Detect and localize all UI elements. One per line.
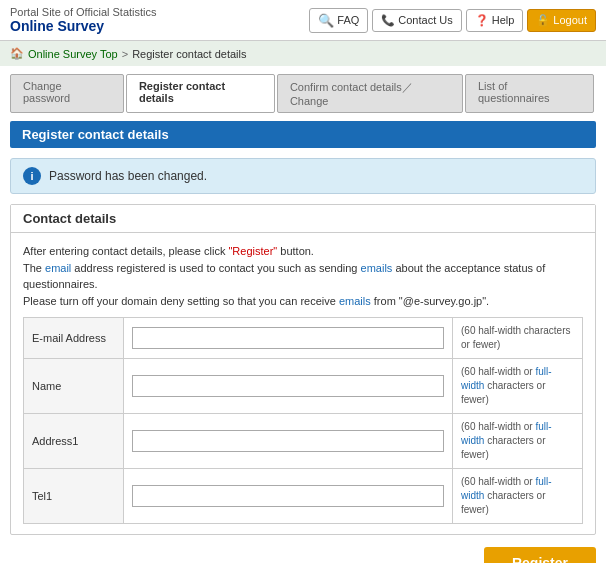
site-title-line1: Portal Site of Official Statistics: [10, 6, 157, 18]
emails-link-text: emails: [361, 262, 393, 274]
email-input[interactable]: [132, 327, 444, 349]
faq-button[interactable]: 🔍 FAQ: [309, 8, 368, 33]
home-icon: 🏠: [10, 47, 24, 60]
info-icon: i: [23, 167, 41, 185]
register-highlight: "Register": [228, 245, 277, 257]
contact-form-table: E-mail Address (60 half-width characters…: [23, 317, 583, 524]
step-confirm-contact[interactable]: Confirm contact details／Change: [277, 74, 463, 113]
logout-label: Logout: [553, 14, 587, 26]
logout-button[interactable]: 🔓 Logout: [527, 9, 596, 32]
help-label: Help: [492, 14, 515, 26]
name-input-cell: [124, 359, 453, 414]
header: Portal Site of Official Statistics Onlin…: [0, 0, 606, 41]
step-register-contact[interactable]: Register contact details: [126, 74, 275, 113]
email-input-cell: [124, 318, 453, 359]
instruction-line1: After entering contact details, please c…: [23, 243, 583, 260]
breadcrumb-sep: >: [122, 48, 128, 60]
full-width-link3: full-width: [461, 476, 552, 501]
full-width-link2: full-width: [461, 421, 552, 446]
step-change-password[interactable]: Change password: [10, 74, 124, 113]
header-nav: 🔍 FAQ 📞 Contact Us ❓ Help 🔓 Logout: [309, 8, 596, 33]
tel1-row: Tel1 (60 half-width or full-width charac…: [24, 469, 583, 524]
steps-bar: Change password Register contact details…: [0, 66, 606, 121]
name-row: Name (60 half-width or full-width charac…: [24, 359, 583, 414]
address1-row: Address1 (60 half-width or full-width ch…: [24, 414, 583, 469]
name-hint: (60 half-width or full-width characters …: [453, 359, 583, 414]
email-hint: (60 half-width characters or fewer): [453, 318, 583, 359]
page-title: Register contact details: [10, 121, 596, 148]
email-row: E-mail Address (60 half-width characters…: [24, 318, 583, 359]
register-button[interactable]: Register: [484, 547, 596, 563]
logout-icon: 🔓: [536, 14, 550, 27]
site-title-line2: Online Survey: [10, 18, 157, 34]
tel1-hint: (60 half-width or full-width characters …: [453, 469, 583, 524]
info-message: Password has been changed.: [49, 169, 207, 183]
help-button[interactable]: ❓ Help: [466, 9, 524, 32]
instruction-line2: The email address registered is used to …: [23, 260, 583, 293]
emails-link-text2: emails: [339, 295, 371, 307]
breadcrumb: 🏠 Online Survey Top > Register contact d…: [0, 41, 606, 66]
help-icon: ❓: [475, 14, 489, 27]
full-width-link1: full-width: [461, 366, 552, 391]
tel1-input[interactable]: [132, 485, 444, 507]
faq-label: FAQ: [337, 14, 359, 26]
section-title: Contact details: [11, 205, 595, 233]
contact-button[interactable]: 📞 Contact Us: [372, 9, 461, 32]
name-input[interactable]: [132, 375, 444, 397]
email-label: E-mail Address: [24, 318, 124, 359]
faq-icon: 🔍: [318, 13, 334, 28]
tel1-input-cell: [124, 469, 453, 524]
phone-icon: 📞: [381, 14, 395, 27]
logo: Portal Site of Official Statistics Onlin…: [10, 6, 157, 34]
contact-details-section: Contact details After entering contact d…: [10, 204, 596, 535]
section-body: After entering contact details, please c…: [11, 233, 595, 534]
register-row: Register: [0, 535, 606, 563]
contact-label: Contact Us: [398, 14, 452, 26]
breadcrumb-home[interactable]: Online Survey Top: [28, 48, 118, 60]
breadcrumb-current: Register contact details: [132, 48, 246, 60]
instructions: After entering contact details, please c…: [23, 243, 583, 309]
address1-input[interactable]: [132, 430, 444, 452]
address1-label: Address1: [24, 414, 124, 469]
address1-hint: (60 half-width or full-width characters …: [453, 414, 583, 469]
info-box: i Password has been changed.: [10, 158, 596, 194]
instruction-line3: Please turn off your domain deny setting…: [23, 293, 583, 310]
name-label: Name: [24, 359, 124, 414]
step-list-questionnaires[interactable]: List of questionnaires: [465, 74, 594, 113]
email-link-text: email: [45, 262, 71, 274]
address1-input-cell: [124, 414, 453, 469]
tel1-label: Tel1: [24, 469, 124, 524]
